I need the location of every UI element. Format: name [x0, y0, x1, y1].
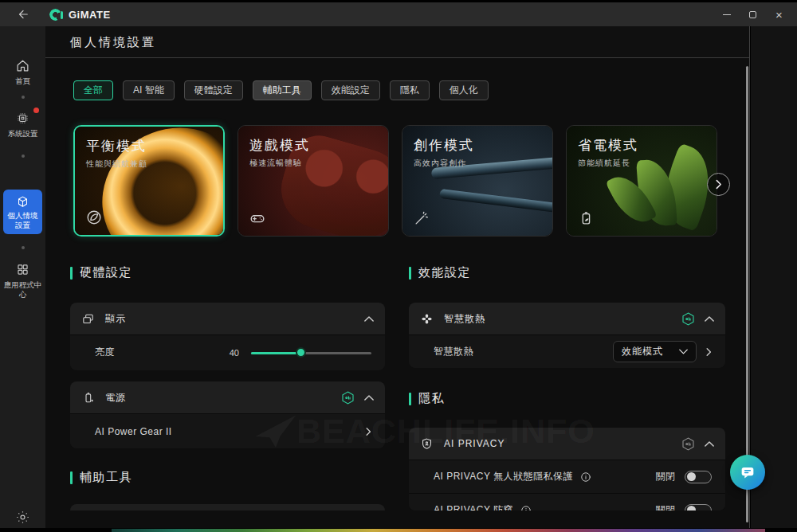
titlebar: GiMATE × — [0, 2, 797, 26]
brightness-slider[interactable] — [251, 347, 371, 358]
slider-thumb[interactable] — [296, 347, 306, 358]
back-button[interactable] — [16, 7, 30, 22]
power-gear-row[interactable]: AI Power Gear II — [70, 413, 385, 448]
card-title: 平衡模式 — [86, 137, 147, 155]
chevron-up-icon[interactable] — [705, 441, 714, 447]
ai-privacy-absence-toggle[interactable] — [685, 471, 712, 483]
minimize-button[interactable] — [713, 2, 740, 26]
cooling-mode-dropdown[interactable]: 效能模式 — [613, 341, 697, 362]
desktop-wallpaper-sliver — [112, 529, 765, 532]
section-title: 效能設定 — [418, 265, 471, 280]
chevron-right-icon — [716, 179, 722, 190]
card-title: 創作模式 — [414, 136, 474, 155]
maximize-button[interactable] — [740, 2, 766, 26]
mode-card-balanced[interactable]: 平衡模式 性能與續航兼顧 — [73, 125, 225, 237]
info-icon[interactable] — [520, 505, 532, 511]
card-subtitle: 極速流暢體驗 — [249, 158, 302, 169]
fan-icon — [420, 312, 434, 326]
chip-icon — [15, 111, 30, 126]
filter-chip-assist[interactable]: 輔助工具 — [253, 80, 312, 100]
section-performance: 效能設定 — [409, 265, 471, 280]
filter-chip-ai[interactable]: AI 智能 — [123, 80, 175, 100]
sidebar-separator-dot — [22, 96, 25, 99]
sidebar-item-system-settings[interactable]: 系統設置 — [0, 111, 45, 139]
power-gear-label: AI Power Gear II — [95, 426, 172, 437]
mode-card-game[interactable]: 遊戲模式 極速流暢體驗 — [238, 125, 389, 237]
card-subtitle: 節能續航延長 — [578, 158, 630, 169]
home-icon — [15, 58, 30, 73]
toggle-state-label: 關閉 — [656, 470, 675, 483]
section-accent-bar — [70, 267, 73, 280]
section-hardware: 硬體設定 — [70, 265, 132, 280]
section-accent-bar — [70, 471, 73, 484]
mode-card-row: 平衡模式 性能與續航兼顧 遊戲模式 極速流暢體驗 創作模式 高效內容創作 省電模… — [73, 125, 717, 237]
ai-hexagon-badge-icon — [681, 311, 696, 327]
page-title: 個人情境設置 — [70, 35, 156, 50]
window-controls: × — [713, 2, 792, 26]
settings-button[interactable] — [15, 510, 30, 525]
sidebar: 首頁 系統設置 個人情境設置 應用程式中心 — [0, 26, 45, 528]
ai-privacy-panel: AI PRIVACY AI PRIVACY 無人狀態隱私保護 關閉 AI PRI… — [409, 428, 725, 510]
sidebar-item-label: 應用程式中心 — [2, 280, 44, 299]
chip-label: 個人化 — [450, 84, 478, 97]
chip-label: 輔助工具 — [263, 84, 301, 97]
mode-card-create[interactable]: 創作模式 高效內容創作 — [402, 125, 553, 237]
sidebar-item-home[interactable]: 首頁 — [0, 58, 45, 86]
shield-privacy-icon — [420, 437, 434, 451]
sidebar-item-label: 首頁 — [2, 76, 44, 86]
battery-icon — [81, 391, 95, 405]
sidebar-item-personal-scenario[interactable]: 個人情境設置 — [3, 190, 42, 234]
chevron-down-icon — [679, 349, 688, 354]
power-panel-header[interactable]: 電源 — [70, 381, 385, 413]
maximize-icon — [749, 11, 756, 18]
arrow-left-icon — [16, 7, 30, 22]
sidebar-separator-dot — [22, 155, 25, 158]
info-icon[interactable] — [580, 471, 591, 483]
ai-hexagon-badge-icon — [681, 436, 696, 452]
chip-label: 全部 — [84, 84, 103, 97]
section-assist: 輔助工具 — [70, 470, 132, 485]
cooling-panel-header[interactable]: 智慧散熱 — [409, 303, 725, 334]
chip-label: AI 智能 — [133, 84, 164, 97]
chevron-up-icon[interactable] — [364, 395, 374, 401]
slider-fill — [251, 352, 300, 354]
ai-privacy-panel-header[interactable]: AI PRIVACY — [409, 428, 725, 460]
chat-fab-button[interactable] — [730, 455, 765, 490]
card-title: 省電模式 — [578, 136, 638, 155]
mode-card-powersave[interactable]: 省電模式 節能續航延長 — [566, 125, 717, 237]
card-subtitle: 高效內容創作 — [414, 158, 466, 169]
filter-chip-personalize[interactable]: 個人化 — [439, 80, 489, 100]
app-name: GiMATE — [69, 9, 111, 21]
cards-next-button[interactable] — [707, 173, 730, 196]
battery-leaf-icon — [577, 209, 595, 227]
chevron-up-icon[interactable] — [364, 316, 374, 322]
filter-chip-all[interactable]: 全部 — [73, 80, 113, 100]
sidebar-item-app-center[interactable]: 應用程式中心 — [0, 262, 45, 299]
chevron-right-icon[interactable] — [706, 347, 712, 357]
leaf-power-icon — [85, 209, 103, 226]
panel-title: 顯示 — [105, 312, 126, 326]
chevron-up-icon[interactable] — [705, 316, 714, 322]
section-accent-bar — [409, 267, 411, 280]
app-window: GiMATE × 首頁 系統設置 個人情境設置 應用程式中心 — [0, 0, 797, 532]
ai-privacy-peep-toggle[interactable] — [685, 504, 712, 511]
panel-title: AI PRIVACY — [444, 438, 505, 449]
cooling-mode-label: 智慧散熱 — [434, 345, 473, 358]
panel-title: 智慧散熱 — [444, 312, 485, 326]
ai-privacy-row-absence: AI PRIVACY 無人狀態隱私保護 關閉 — [409, 460, 725, 493]
filter-chip-performance[interactable]: 效能設定 — [321, 80, 380, 100]
cube-icon — [16, 195, 29, 209]
filter-chip-hardware[interactable]: 硬體設定 — [184, 80, 243, 100]
sidebar-item-label: 個人情境設置 — [5, 211, 41, 230]
ai-privacy-row-label: AI PRIVACY 無人狀態隱私保護 — [434, 470, 573, 483]
section-title: 輔助工具 — [80, 470, 132, 485]
chip-label: 硬體設定 — [194, 84, 233, 97]
brightness-value: 40 — [230, 348, 239, 358]
close-button[interactable]: × — [766, 2, 792, 26]
section-title: 硬體設定 — [80, 265, 132, 280]
chevron-right-icon — [366, 427, 371, 436]
desktop-edge — [0, 528, 797, 532]
gamepad-icon — [249, 209, 266, 227]
display-panel-header[interactable]: 顯示 — [70, 303, 385, 334]
filter-chip-privacy[interactable]: 隱私 — [390, 80, 430, 100]
